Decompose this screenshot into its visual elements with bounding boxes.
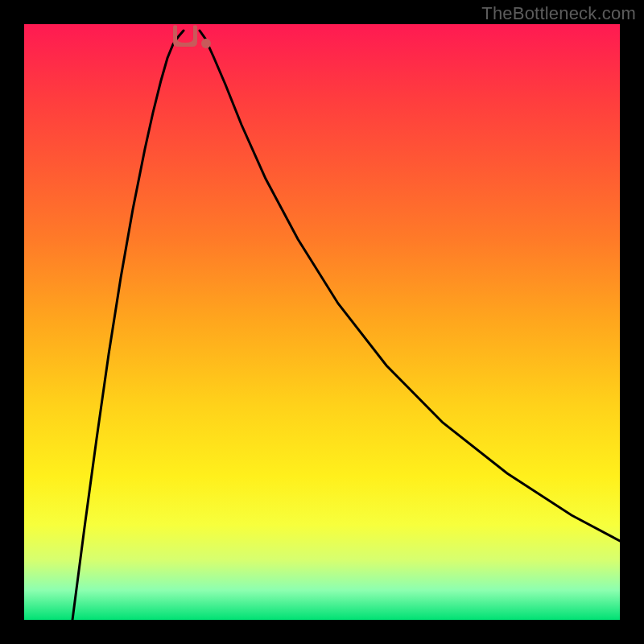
curves-svg <box>24 24 620 620</box>
watermark-text: TheBottleneck.com <box>481 3 636 24</box>
right-curve <box>200 31 620 541</box>
left-curve <box>72 31 184 620</box>
valley-dot <box>201 39 211 48</box>
plot-area <box>24 24 620 620</box>
valley-u-marker <box>173 25 197 47</box>
chart-frame: TheBottleneck.com <box>0 0 644 644</box>
